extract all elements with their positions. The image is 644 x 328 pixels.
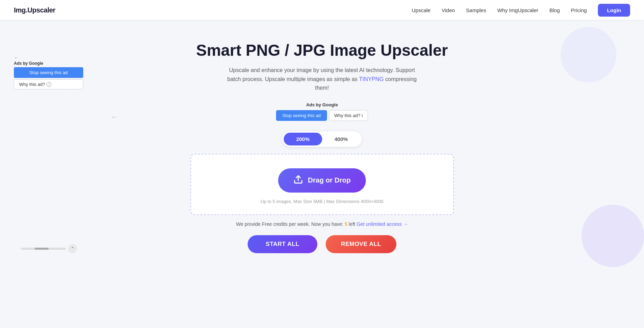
scale-200-button[interactable]: 200% [284, 133, 322, 145]
center-ads-by-label: Ads by Google [306, 102, 338, 107]
chevron-up-button[interactable]: ⌃ [68, 244, 77, 253]
bg-circle-2 [582, 205, 644, 267]
center-why-this-ad-button[interactable]: Why this ad? i [329, 110, 368, 121]
drag-drop-button[interactable]: Drag or Drop [278, 168, 366, 193]
nav-samples[interactable]: Samples [466, 7, 486, 13]
left-ads-by-label: Ads by Google [14, 61, 83, 66]
drop-zone-hint: Up to 5 images, Max Size 5MB | Max Dimen… [260, 199, 383, 204]
navbar: Img.Upscaler Upscale Video Samples Why I… [0, 0, 644, 20]
tinypng-link[interactable]: TINYPNG [359, 76, 384, 82]
nav-why-imgupscaler[interactable]: Why ImgUpscaler [497, 7, 538, 13]
remove-all-button[interactable]: REMOVE ALL [326, 235, 396, 253]
credits-info: We provide Free credits per week. Now yo… [236, 221, 408, 227]
center-info-icon: i [362, 113, 363, 118]
login-button[interactable]: Login [598, 4, 630, 17]
left-arrow-indicator: ← [111, 114, 117, 121]
scale-toggle: 200% 400% [282, 131, 362, 147]
scroll-thumb [35, 248, 49, 250]
drop-zone[interactable]: Drag or Drop Up to 5 images, Max Size 5M… [190, 154, 454, 215]
credits-count: 5 [345, 221, 347, 227]
nav-pricing[interactable]: Pricing [571, 7, 587, 13]
center-stop-seeing-button[interactable]: Stop seeing this ad [276, 110, 327, 121]
left-stop-seeing-button[interactable]: Stop seeing this ad [14, 67, 83, 78]
bg-circle-1 [561, 27, 616, 82]
get-unlimited-link[interactable]: Get unlimited access → [357, 221, 408, 227]
hero-title: Smart PNG / JPG Image Upscaler [196, 41, 448, 60]
nav-links: Upscale Video Samples Why ImgUpscaler Bl… [412, 4, 630, 17]
scale-400-button[interactable]: 400% [322, 133, 360, 145]
scroll-handle [21, 248, 66, 250]
bottom-actions: START ALL REMOVE ALL [248, 235, 396, 253]
site-logo: Img.Upscaler [14, 6, 55, 14]
left-ad-back-arrow[interactable]: ← [14, 55, 83, 60]
center-ad-panel: Ads by Google Stop seeing this ad Why th… [276, 102, 368, 121]
nav-blog[interactable]: Blog [549, 7, 560, 13]
left-info-icon: i [46, 82, 51, 87]
nav-video[interactable]: Video [441, 7, 455, 13]
left-why-this-ad-button[interactable]: Why this ad? i [14, 79, 83, 89]
left-ad-panel: ← Ads by Google Stop seeing this ad Why … [14, 55, 83, 89]
bottom-left-widget: ⌃ [21, 244, 77, 253]
start-all-button[interactable]: START ALL [248, 235, 317, 253]
drag-drop-label: Drag or Drop [308, 176, 351, 184]
center-ad-buttons: Stop seeing this ad Why this ad? i [276, 110, 368, 121]
nav-upscale[interactable]: Upscale [412, 7, 430, 13]
hero-subtitle: Upscale and enhance your image by using … [225, 66, 419, 92]
main-content: ← Ads by Google Stop seeing this ad Why … [0, 20, 644, 267]
upload-icon [293, 175, 303, 186]
